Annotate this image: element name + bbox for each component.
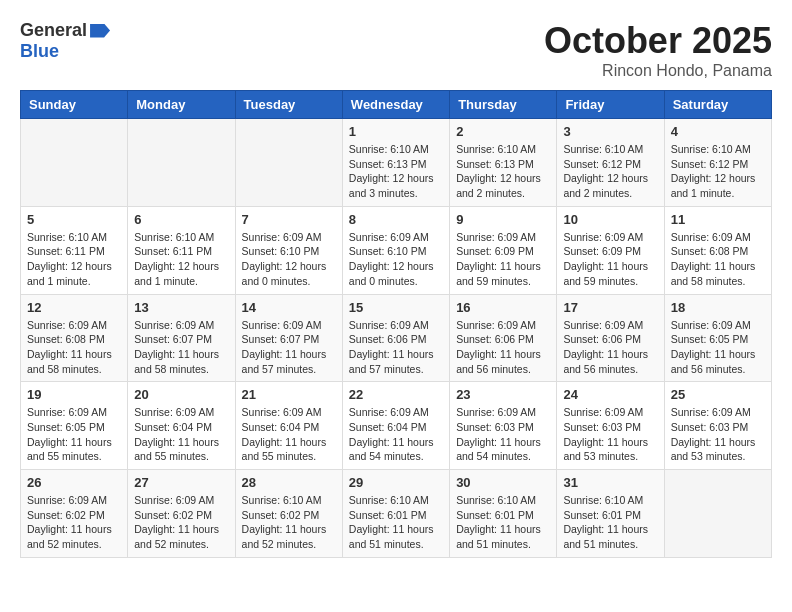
- day-info: Sunrise: 6:09 AM Sunset: 6:10 PM Dayligh…: [349, 230, 443, 289]
- day-number: 18: [671, 300, 765, 315]
- day-info: Sunrise: 6:09 AM Sunset: 6:08 PM Dayligh…: [27, 318, 121, 377]
- col-saturday: Saturday: [664, 91, 771, 119]
- day-info: Sunrise: 6:09 AM Sunset: 6:04 PM Dayligh…: [134, 405, 228, 464]
- calendar-cell: 30Sunrise: 6:10 AM Sunset: 6:01 PM Dayli…: [450, 470, 557, 558]
- week-row-2: 5Sunrise: 6:10 AM Sunset: 6:11 PM Daylig…: [21, 206, 772, 294]
- calendar-cell: 4Sunrise: 6:10 AM Sunset: 6:12 PM Daylig…: [664, 119, 771, 207]
- calendar-cell: 19Sunrise: 6:09 AM Sunset: 6:05 PM Dayli…: [21, 382, 128, 470]
- calendar-cell: 29Sunrise: 6:10 AM Sunset: 6:01 PM Dayli…: [342, 470, 449, 558]
- day-number: 25: [671, 387, 765, 402]
- day-info: Sunrise: 6:09 AM Sunset: 6:08 PM Dayligh…: [671, 230, 765, 289]
- week-row-5: 26Sunrise: 6:09 AM Sunset: 6:02 PM Dayli…: [21, 470, 772, 558]
- day-info: Sunrise: 6:10 AM Sunset: 6:02 PM Dayligh…: [242, 493, 336, 552]
- calendar-cell: [664, 470, 771, 558]
- day-number: 8: [349, 212, 443, 227]
- calendar-cell: 14Sunrise: 6:09 AM Sunset: 6:07 PM Dayli…: [235, 294, 342, 382]
- day-info: Sunrise: 6:09 AM Sunset: 6:03 PM Dayligh…: [563, 405, 657, 464]
- calendar-cell: 31Sunrise: 6:10 AM Sunset: 6:01 PM Dayli…: [557, 470, 664, 558]
- day-number: 14: [242, 300, 336, 315]
- col-thursday: Thursday: [450, 91, 557, 119]
- day-info: Sunrise: 6:10 AM Sunset: 6:13 PM Dayligh…: [456, 142, 550, 201]
- day-info: Sunrise: 6:09 AM Sunset: 6:04 PM Dayligh…: [242, 405, 336, 464]
- day-number: 3: [563, 124, 657, 139]
- day-info: Sunrise: 6:09 AM Sunset: 6:04 PM Dayligh…: [349, 405, 443, 464]
- page-header: General Blue October 2025 Rincon Hondo, …: [20, 20, 772, 80]
- logo-general-text: General: [20, 20, 87, 41]
- col-monday: Monday: [128, 91, 235, 119]
- week-row-3: 12Sunrise: 6:09 AM Sunset: 6:08 PM Dayli…: [21, 294, 772, 382]
- day-number: 19: [27, 387, 121, 402]
- calendar-cell: 2Sunrise: 6:10 AM Sunset: 6:13 PM Daylig…: [450, 119, 557, 207]
- col-sunday: Sunday: [21, 91, 128, 119]
- calendar-cell: 28Sunrise: 6:10 AM Sunset: 6:02 PM Dayli…: [235, 470, 342, 558]
- calendar-cell: [235, 119, 342, 207]
- day-number: 17: [563, 300, 657, 315]
- day-info: Sunrise: 6:09 AM Sunset: 6:10 PM Dayligh…: [242, 230, 336, 289]
- calendar-cell: 27Sunrise: 6:09 AM Sunset: 6:02 PM Dayli…: [128, 470, 235, 558]
- calendar-cell: 6Sunrise: 6:10 AM Sunset: 6:11 PM Daylig…: [128, 206, 235, 294]
- day-number: 1: [349, 124, 443, 139]
- day-number: 30: [456, 475, 550, 490]
- page-title: October 2025: [544, 20, 772, 62]
- day-number: 15: [349, 300, 443, 315]
- calendar-table: Sunday Monday Tuesday Wednesday Thursday…: [20, 90, 772, 558]
- day-info: Sunrise: 6:09 AM Sunset: 6:06 PM Dayligh…: [349, 318, 443, 377]
- day-info: Sunrise: 6:10 AM Sunset: 6:11 PM Dayligh…: [134, 230, 228, 289]
- day-number: 28: [242, 475, 336, 490]
- day-number: 31: [563, 475, 657, 490]
- calendar-header-row: Sunday Monday Tuesday Wednesday Thursday…: [21, 91, 772, 119]
- day-info: Sunrise: 6:10 AM Sunset: 6:01 PM Dayligh…: [456, 493, 550, 552]
- calendar-cell: 17Sunrise: 6:09 AM Sunset: 6:06 PM Dayli…: [557, 294, 664, 382]
- week-row-1: 1Sunrise: 6:10 AM Sunset: 6:13 PM Daylig…: [21, 119, 772, 207]
- calendar-cell: 20Sunrise: 6:09 AM Sunset: 6:04 PM Dayli…: [128, 382, 235, 470]
- day-number: 24: [563, 387, 657, 402]
- day-info: Sunrise: 6:09 AM Sunset: 6:07 PM Dayligh…: [242, 318, 336, 377]
- day-info: Sunrise: 6:10 AM Sunset: 6:11 PM Dayligh…: [27, 230, 121, 289]
- calendar-cell: 26Sunrise: 6:09 AM Sunset: 6:02 PM Dayli…: [21, 470, 128, 558]
- logo: General Blue: [20, 20, 110, 62]
- calendar-cell: [21, 119, 128, 207]
- day-number: 20: [134, 387, 228, 402]
- calendar-cell: 18Sunrise: 6:09 AM Sunset: 6:05 PM Dayli…: [664, 294, 771, 382]
- day-number: 2: [456, 124, 550, 139]
- day-number: 9: [456, 212, 550, 227]
- day-info: Sunrise: 6:09 AM Sunset: 6:05 PM Dayligh…: [27, 405, 121, 464]
- day-number: 22: [349, 387, 443, 402]
- day-number: 7: [242, 212, 336, 227]
- day-info: Sunrise: 6:09 AM Sunset: 6:05 PM Dayligh…: [671, 318, 765, 377]
- calendar-cell: 23Sunrise: 6:09 AM Sunset: 6:03 PM Dayli…: [450, 382, 557, 470]
- calendar-cell: 16Sunrise: 6:09 AM Sunset: 6:06 PM Dayli…: [450, 294, 557, 382]
- page-subtitle: Rincon Hondo, Panama: [544, 62, 772, 80]
- day-info: Sunrise: 6:09 AM Sunset: 6:02 PM Dayligh…: [27, 493, 121, 552]
- calendar-cell: 24Sunrise: 6:09 AM Sunset: 6:03 PM Dayli…: [557, 382, 664, 470]
- day-info: Sunrise: 6:10 AM Sunset: 6:12 PM Dayligh…: [563, 142, 657, 201]
- calendar-cell: 11Sunrise: 6:09 AM Sunset: 6:08 PM Dayli…: [664, 206, 771, 294]
- week-row-4: 19Sunrise: 6:09 AM Sunset: 6:05 PM Dayli…: [21, 382, 772, 470]
- title-block: October 2025 Rincon Hondo, Panama: [544, 20, 772, 80]
- calendar-cell: [128, 119, 235, 207]
- calendar-cell: 5Sunrise: 6:10 AM Sunset: 6:11 PM Daylig…: [21, 206, 128, 294]
- calendar-cell: 15Sunrise: 6:09 AM Sunset: 6:06 PM Dayli…: [342, 294, 449, 382]
- day-info: Sunrise: 6:09 AM Sunset: 6:03 PM Dayligh…: [456, 405, 550, 464]
- day-number: 6: [134, 212, 228, 227]
- day-info: Sunrise: 6:10 AM Sunset: 6:12 PM Dayligh…: [671, 142, 765, 201]
- day-number: 4: [671, 124, 765, 139]
- calendar-cell: 1Sunrise: 6:10 AM Sunset: 6:13 PM Daylig…: [342, 119, 449, 207]
- day-info: Sunrise: 6:09 AM Sunset: 6:06 PM Dayligh…: [563, 318, 657, 377]
- day-info: Sunrise: 6:09 AM Sunset: 6:09 PM Dayligh…: [456, 230, 550, 289]
- col-wednesday: Wednesday: [342, 91, 449, 119]
- calendar-cell: 22Sunrise: 6:09 AM Sunset: 6:04 PM Dayli…: [342, 382, 449, 470]
- col-friday: Friday: [557, 91, 664, 119]
- day-number: 12: [27, 300, 121, 315]
- day-number: 10: [563, 212, 657, 227]
- day-number: 16: [456, 300, 550, 315]
- day-number: 21: [242, 387, 336, 402]
- calendar-cell: 12Sunrise: 6:09 AM Sunset: 6:08 PM Dayli…: [21, 294, 128, 382]
- calendar-cell: 21Sunrise: 6:09 AM Sunset: 6:04 PM Dayli…: [235, 382, 342, 470]
- calendar-cell: 8Sunrise: 6:09 AM Sunset: 6:10 PM Daylig…: [342, 206, 449, 294]
- day-number: 13: [134, 300, 228, 315]
- calendar-cell: 10Sunrise: 6:09 AM Sunset: 6:09 PM Dayli…: [557, 206, 664, 294]
- day-number: 5: [27, 212, 121, 227]
- day-info: Sunrise: 6:09 AM Sunset: 6:09 PM Dayligh…: [563, 230, 657, 289]
- day-number: 11: [671, 212, 765, 227]
